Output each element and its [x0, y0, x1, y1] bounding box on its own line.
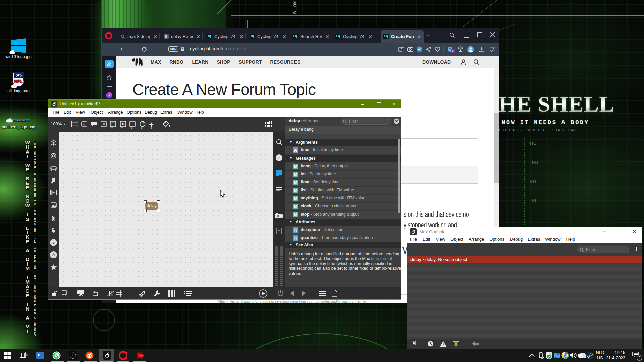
- svg-text:NFL: NFL: [14, 79, 22, 84]
- svg-text:m: m: [83, 123, 85, 126]
- svg-text:64: 64: [142, 354, 144, 357]
- svg-text:PANTHERS: PANTHERS: [16, 120, 26, 122]
